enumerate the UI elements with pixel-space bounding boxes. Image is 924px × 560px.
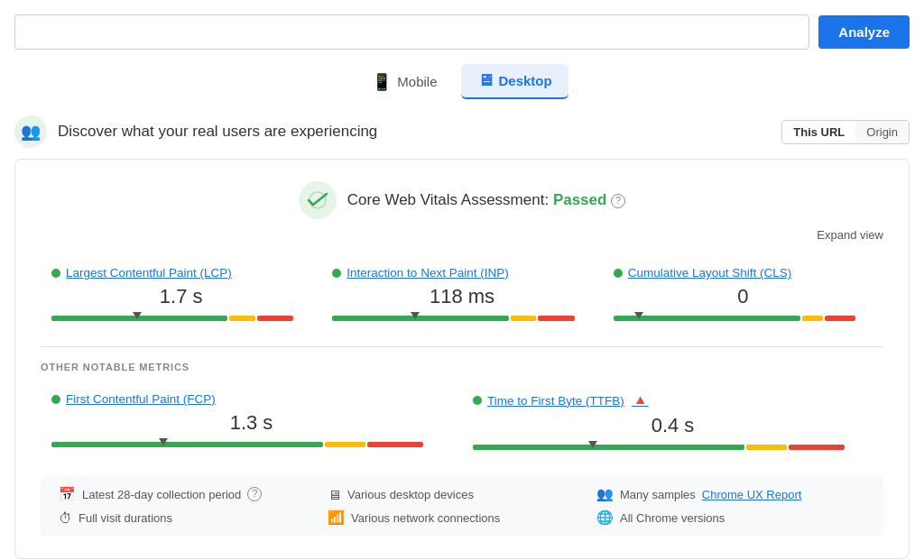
footer-visit-durations: ⏱ Full visit durations	[59, 510, 328, 526]
calendar-icon: 📅	[59, 486, 76, 502]
origin-button[interactable]: Origin	[855, 121, 909, 143]
inp-bar-marker	[411, 312, 420, 319]
section-header-left: 👥 Discover what your real users are expe…	[14, 115, 377, 148]
footer-samples: 👥 Many samples Chrome UX Report	[596, 486, 865, 502]
metric-lcp: Largest Contentful Paint (LCP) 1.7 s	[41, 259, 321, 328]
ttfb-dot	[473, 396, 482, 405]
metrics-bottom: First Contentful Paint (FCP) 1.3 s Time …	[41, 385, 883, 457]
inp-dot	[332, 269, 341, 278]
metric-lcp-value: 1.7 s	[51, 285, 310, 308]
experimental-icon: 🔺	[632, 392, 649, 409]
desktop-devices-icon: 🖥	[328, 487, 341, 502]
expand-row: Expand view	[41, 226, 883, 243]
url-bar: https://www.deel.com/ Analyze	[14, 14, 910, 50]
metric-ttfb-label[interactable]: Time to First Byte (TTFB) 🔺	[473, 392, 873, 409]
footer-chrome-versions: 🌐 All Chrome versions	[596, 510, 865, 526]
footer-chrome-text: All Chrome versions	[620, 511, 725, 525]
metric-cls: Cumulative Layout Shift (CLS) 0	[603, 259, 883, 328]
footer-visit-text: Full visit durations	[79, 511, 172, 525]
metric-inp-label[interactable]: Interaction to Next Paint (INP)	[332, 266, 591, 280]
samples-icon: 👥	[596, 486, 614, 502]
fcp-bar-green	[51, 442, 323, 447]
section-header: 👥 Discover what your real users are expe…	[14, 115, 910, 148]
main-card: Core Web Vitals Assessment: Passed ? Exp…	[14, 159, 910, 559]
assessment-status: Passed	[553, 191, 607, 208]
crux-icon: 👥	[14, 115, 47, 148]
cls-dot	[614, 269, 623, 278]
metric-fcp-value: 1.3 s	[51, 411, 451, 435]
lcp-dot	[51, 269, 60, 278]
footer-info-icon[interactable]: ?	[247, 487, 262, 501]
cls-bar-yellow	[802, 316, 823, 321]
ttfb-bar-yellow	[746, 445, 786, 450]
device-tabs: 📱 Mobile 🖥 Desktop	[14, 64, 910, 99]
url-input[interactable]: https://www.deel.com/	[14, 14, 809, 50]
ttfb-bar-marker	[588, 441, 597, 448]
fcp-bar	[51, 442, 451, 447]
tab-mobile[interactable]: 📱 Mobile	[356, 64, 453, 99]
mobile-icon: 📱	[372, 72, 392, 92]
cls-bar	[614, 316, 873, 321]
ttfb-bar-red	[789, 445, 845, 450]
footer-samples-text: Many samples	[620, 488, 696, 501]
fcp-bar-yellow	[325, 442, 365, 447]
chrome-icon: 🌐	[596, 510, 614, 526]
this-url-button[interactable]: This URL	[782, 121, 855, 143]
metric-inp: Interaction to Next Paint (INP) 118 ms	[321, 259, 602, 328]
chrome-ux-report-link[interactable]: Chrome UX Report	[702, 488, 802, 501]
fcp-dot	[51, 395, 60, 404]
inp-bar-yellow	[511, 316, 537, 321]
fcp-bar-red	[367, 442, 423, 447]
assessment-icon	[299, 181, 337, 219]
metric-ttfb: Time to First Byte (TTFB) 🔺 0.4 s	[462, 385, 883, 457]
footer-collection-period: 📅 Latest 28-day collection period ?	[59, 486, 328, 502]
expand-link[interactable]: Expand view	[817, 228, 883, 242]
metric-ttfb-value: 0.4 s	[473, 414, 873, 437]
inp-bar-red	[538, 316, 574, 321]
footer-info: 📅 Latest 28-day collection period ? 🖥 Va…	[41, 475, 883, 537]
analyze-button[interactable]: Analyze	[818, 15, 910, 49]
lcp-bar	[51, 316, 310, 321]
lcp-bar-red	[257, 316, 293, 321]
footer-collection-text: Latest 28-day collection period	[82, 488, 241, 501]
metric-cls-label[interactable]: Cumulative Layout Shift (CLS)	[614, 266, 873, 280]
ttfb-bar	[473, 445, 873, 450]
metrics-top: Largest Contentful Paint (LCP) 1.7 s Int…	[41, 259, 883, 328]
section-title: Discover what your real users are experi…	[58, 123, 377, 141]
other-metrics-label: OTHER NOTABLE METRICS	[41, 362, 883, 372]
tab-desktop-label: Desktop	[499, 73, 552, 88]
assessment-info-icon[interactable]: ?	[611, 194, 625, 208]
fcp-bar-marker	[159, 438, 168, 445]
metric-fcp-label[interactable]: First Contentful Paint (FCP)	[51, 392, 451, 406]
metric-fcp: First Contentful Paint (FCP) 1.3 s	[41, 385, 462, 457]
inp-bar	[332, 316, 591, 321]
cls-bar-marker	[634, 312, 643, 319]
url-origin-toggle: This URL Origin	[781, 120, 910, 144]
network-icon: 📶	[328, 510, 345, 526]
metric-inp-value: 118 ms	[332, 285, 591, 308]
lcp-bar-yellow	[229, 316, 255, 321]
assessment-row: Core Web Vitals Assessment: Passed ?	[41, 181, 883, 219]
desktop-icon: 🖥	[477, 71, 494, 90]
ttfb-bar-green	[473, 445, 744, 450]
footer-network-text: Various network connections	[351, 511, 500, 525]
inp-bar-green	[332, 316, 508, 321]
tab-desktop[interactable]: 🖥 Desktop	[461, 64, 568, 99]
tab-mobile-label: Mobile	[397, 74, 437, 89]
timer-icon: ⏱	[59, 510, 72, 526]
assessment-text: Core Web Vitals Assessment: Passed ?	[347, 191, 625, 209]
metric-cls-value: 0	[614, 285, 873, 308]
footer-desktop-devices: 🖥 Various desktop devices	[328, 486, 596, 502]
divider-metrics	[41, 346, 883, 347]
cls-bar-red	[825, 316, 855, 321]
lcp-bar-marker	[133, 312, 142, 319]
footer-devices-text: Various desktop devices	[347, 488, 474, 501]
footer-network: 📶 Various network connections	[328, 510, 596, 526]
metric-lcp-label[interactable]: Largest Contentful Paint (LCP)	[51, 266, 310, 280]
